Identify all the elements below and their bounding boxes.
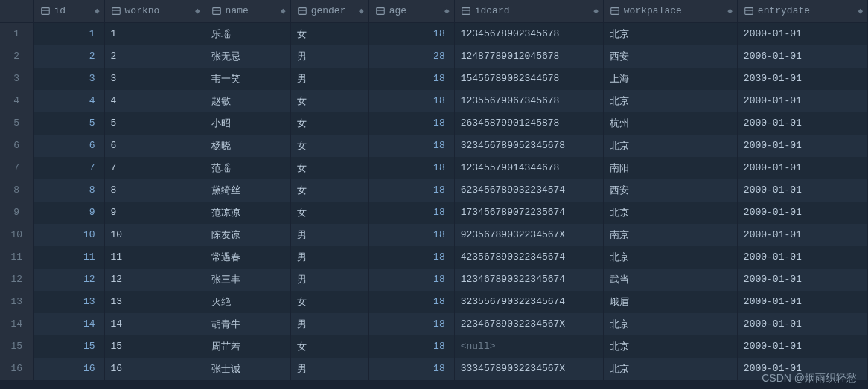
cell-entrydate[interactable]: 2000-01-01 xyxy=(737,90,867,112)
cell-workno[interactable]: 13 xyxy=(104,291,205,313)
cell-idcard[interactable]: 623456789032234574 xyxy=(454,179,603,202)
row-number[interactable]: 10 xyxy=(0,224,33,246)
cell-idcard[interactable]: 12355679067345678 xyxy=(454,90,603,112)
cell-workpalace[interactable]: 南京 xyxy=(603,224,737,246)
cell-workno[interactable]: 10 xyxy=(104,224,205,246)
cell-workpalace[interactable]: 上海 xyxy=(603,68,737,90)
cell-workpalace[interactable]: 武当 xyxy=(603,269,737,291)
cell-idcard[interactable]: 12487789012045678 xyxy=(454,45,603,68)
cell-entrydate[interactable]: 2000-01-01 xyxy=(737,335,867,358)
cell-workpalace[interactable]: 西安 xyxy=(603,179,737,202)
sort-icon[interactable]: ◆ xyxy=(359,6,363,16)
table-row[interactable]: 666杨晓女18323456789052345678北京2000-01-01 xyxy=(0,135,868,157)
cell-gender[interactable]: 男 xyxy=(290,45,368,68)
cell-age[interactable]: 18 xyxy=(368,246,454,269)
row-number[interactable]: 8 xyxy=(0,179,33,202)
cell-idcard[interactable]: 123467890322345674 xyxy=(454,269,603,291)
row-number[interactable]: 15 xyxy=(0,335,33,358)
sort-icon[interactable]: ◆ xyxy=(593,6,597,16)
row-number[interactable]: 6 xyxy=(0,135,33,157)
cell-workno[interactable]: 16 xyxy=(104,358,205,380)
cell-idcard[interactable]: 323556790322345674 xyxy=(454,291,603,313)
cell-id[interactable]: 16 xyxy=(33,358,104,380)
cell-gender[interactable]: 男 xyxy=(290,68,368,90)
cell-idcard[interactable]: 15456789082344678 xyxy=(454,68,603,90)
cell-workpalace[interactable]: 峨眉 xyxy=(603,291,737,313)
cell-idcard[interactable]: 26345879901245878 xyxy=(454,112,603,135)
cell-gender[interactable]: 男 xyxy=(290,246,368,269)
cell-id[interactable]: 12 xyxy=(33,269,104,291)
table-row[interactable]: 141414胡青牛男1822346789032234567X北京2000-01-… xyxy=(0,313,868,335)
cell-workno[interactable]: 11 xyxy=(104,246,205,269)
cell-entrydate[interactable]: 2030-01-01 xyxy=(737,68,867,90)
column-header-age[interactable]: age ◆ xyxy=(368,0,454,22)
cell-entrydate[interactable]: 2000-01-01 xyxy=(737,291,867,313)
table-row[interactable]: 111111常遇春男18423567890322345674北京2000-01-… xyxy=(0,246,868,269)
cell-workno[interactable]: 12 xyxy=(104,269,205,291)
cell-name[interactable]: 张无忌 xyxy=(205,45,290,68)
table-row[interactable]: 222张无忌男2812487789012045678西安2006-01-01 xyxy=(0,45,868,68)
cell-age[interactable]: 18 xyxy=(368,68,454,90)
table-row[interactable]: 131313灭绝女18323556790322345674峨眉2000-01-0… xyxy=(0,291,868,313)
cell-workno[interactable]: 4 xyxy=(104,90,205,112)
cell-workno[interactable]: 8 xyxy=(104,179,205,202)
row-number[interactable]: 11 xyxy=(0,246,33,269)
cell-workno[interactable]: 7 xyxy=(104,157,205,179)
row-number[interactable]: 3 xyxy=(0,68,33,90)
cell-id[interactable]: 1 xyxy=(33,22,104,45)
cell-workpalace[interactable]: 北京 xyxy=(603,358,737,380)
table-row[interactable]: 151515周芷若女18<null>北京2000-01-01 xyxy=(0,335,868,358)
cell-entrydate[interactable]: 2000-01-01 xyxy=(737,22,867,45)
cell-idcard[interactable]: 173456789072235674 xyxy=(454,202,603,224)
table-row[interactable]: 161616张士诚男1833345789032234567X北京2000-01-… xyxy=(0,358,868,380)
column-header-id[interactable]: id ◆ xyxy=(33,0,104,22)
cell-entrydate[interactable]: 2000-01-01 xyxy=(737,157,867,179)
cell-id[interactable]: 11 xyxy=(33,246,104,269)
cell-id[interactable]: 4 xyxy=(33,90,104,112)
column-header-workno[interactable]: workno ◆ xyxy=(104,0,205,22)
cell-age[interactable]: 18 xyxy=(368,269,454,291)
cell-gender[interactable]: 女 xyxy=(290,179,368,202)
cell-entrydate[interactable]: 2000-01-01 xyxy=(737,269,867,291)
row-number[interactable]: 5 xyxy=(0,112,33,135)
row-number[interactable]: 7 xyxy=(0,157,33,179)
cell-idcard[interactable]: 22346789032234567X xyxy=(454,313,603,335)
cell-name[interactable]: 小昭 xyxy=(205,112,290,135)
table-row[interactable]: 333韦一笑男1815456789082344678上海2030-01-01 xyxy=(0,68,868,90)
cell-id[interactable]: 13 xyxy=(33,291,104,313)
cell-gender[interactable]: 男 xyxy=(290,358,368,380)
cell-entrydate[interactable]: 2000-01-01 xyxy=(737,179,867,202)
cell-age[interactable]: 18 xyxy=(368,112,454,135)
cell-age[interactable]: 18 xyxy=(368,135,454,157)
cell-entrydate[interactable]: 2006-01-01 xyxy=(737,45,867,68)
table-row[interactable]: 777范瑶女1812345579014344678南阳2000-01-01 xyxy=(0,157,868,179)
sort-icon[interactable]: ◆ xyxy=(444,6,448,16)
sort-icon[interactable]: ◆ xyxy=(858,6,861,16)
cell-gender[interactable]: 女 xyxy=(290,22,368,45)
cell-age[interactable]: 18 xyxy=(368,291,454,313)
cell-name[interactable]: 赵敏 xyxy=(205,90,290,112)
cell-workno[interactable]: 14 xyxy=(104,313,205,335)
row-number[interactable]: 16 xyxy=(0,358,33,380)
cell-workpalace[interactable]: 北京 xyxy=(603,202,737,224)
cell-id[interactable]: 7 xyxy=(33,157,104,179)
cell-name[interactable]: 韦一笑 xyxy=(205,68,290,90)
cell-idcard[interactable]: 1234567890234567​8 xyxy=(454,22,603,45)
row-number[interactable]: 12 xyxy=(0,269,33,291)
cell-id[interactable]: 6 xyxy=(33,135,104,157)
row-number[interactable]: 14 xyxy=(0,313,33,335)
cell-idcard[interactable]: 92356789032234567X xyxy=(454,224,603,246)
cell-age[interactable]: 18 xyxy=(368,358,454,380)
sort-icon[interactable]: ◆ xyxy=(195,6,199,16)
sort-icon[interactable]: ◆ xyxy=(95,6,98,16)
cell-gender[interactable]: 女 xyxy=(290,202,368,224)
column-header-idcard[interactable]: idcard ◆ xyxy=(454,0,603,22)
cell-entrydate[interactable]: 2000-01-01 xyxy=(737,202,867,224)
cell-workno[interactable]: 5 xyxy=(104,112,205,135)
cell-age[interactable]: 18 xyxy=(368,202,454,224)
cell-gender[interactable]: 女 xyxy=(290,112,368,135)
cell-age[interactable]: 18 xyxy=(368,157,454,179)
sort-icon[interactable]: ◆ xyxy=(727,6,731,16)
cell-id[interactable]: 5 xyxy=(33,112,104,135)
cell-entrydate[interactable]: 2000-01-01 xyxy=(737,135,867,157)
